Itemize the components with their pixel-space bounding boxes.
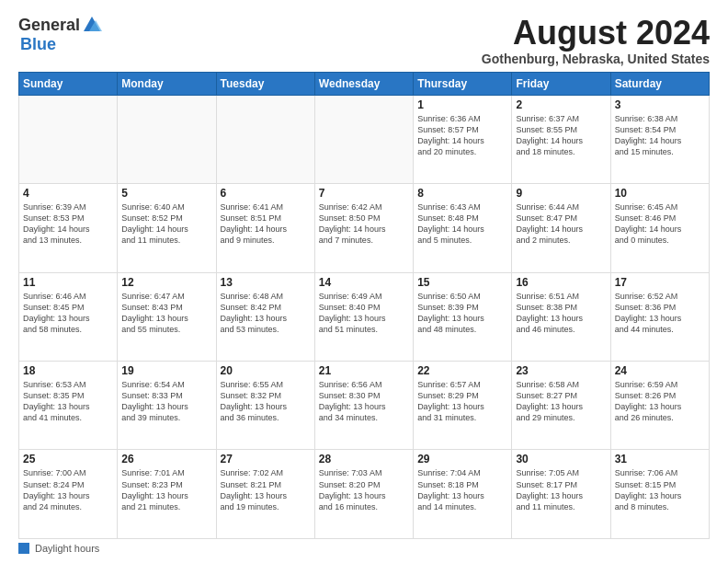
- day-info: Sunrise: 6:57 AMSunset: 8:29 PMDaylight:…: [417, 379, 507, 424]
- day-number: 8: [417, 187, 507, 200]
- day-info: Sunrise: 6:47 AMSunset: 8:43 PMDaylight:…: [121, 291, 211, 336]
- table-row: 12Sunrise: 6:47 AMSunset: 8:43 PMDayligh…: [118, 272, 216, 361]
- day-info: Sunrise: 6:59 AMSunset: 8:26 PMDaylight:…: [615, 379, 705, 424]
- day-info: Sunrise: 6:48 AMSunset: 8:42 PMDaylight:…: [221, 291, 311, 336]
- day-info: Sunrise: 6:46 AMSunset: 8:45 PMDaylight:…: [23, 291, 113, 336]
- day-info: Sunrise: 7:01 AMSunset: 8:23 PMDaylight:…: [121, 467, 211, 512]
- day-number: 29: [417, 453, 507, 465]
- col-saturday: Saturday: [610, 72, 709, 95]
- table-row: 25Sunrise: 7:00 AMSunset: 8:24 PMDayligh…: [19, 450, 118, 539]
- day-number: 6: [221, 187, 311, 200]
- main-title: August 2024: [482, 15, 710, 52]
- table-row: 16Sunrise: 6:51 AMSunset: 8:38 PMDayligh…: [512, 272, 610, 361]
- table-row: 8Sunrise: 6:43 AMSunset: 8:48 PMDaylight…: [414, 184, 512, 272]
- table-row: 17Sunrise: 6:52 AMSunset: 8:36 PMDayligh…: [610, 272, 709, 361]
- table-row: 1Sunrise: 6:36 AMSunset: 8:57 PMDaylight…: [414, 95, 512, 183]
- header: General Blue August 2024 Gothenburg, Neb…: [18, 15, 710, 66]
- footer-dot-icon: [18, 543, 29, 554]
- footer-label: Daylight hours: [35, 543, 99, 554]
- footer: Daylight hours: [18, 543, 710, 554]
- day-info: Sunrise: 6:42 AMSunset: 8:50 PMDaylight:…: [319, 201, 409, 247]
- table-row: 24Sunrise: 6:59 AMSunset: 8:26 PMDayligh…: [610, 362, 709, 450]
- col-wednesday: Wednesday: [314, 72, 413, 95]
- day-number: 19: [121, 364, 211, 377]
- table-row: 23Sunrise: 6:58 AMSunset: 8:27 PMDayligh…: [512, 362, 610, 450]
- day-info: Sunrise: 6:51 AMSunset: 8:38 PMDaylight:…: [516, 291, 606, 336]
- day-number: 24: [615, 364, 705, 377]
- day-info: Sunrise: 6:52 AMSunset: 8:36 PMDaylight:…: [615, 291, 705, 336]
- page: General Blue August 2024 Gothenburg, Neb…: [0, 0, 728, 563]
- day-number: 26: [121, 453, 211, 465]
- table-row: 15Sunrise: 6:50 AMSunset: 8:39 PMDayligh…: [414, 272, 512, 361]
- table-row: 22Sunrise: 6:57 AMSunset: 8:29 PMDayligh…: [414, 362, 512, 450]
- day-number: 4: [23, 187, 113, 200]
- day-number: 1: [417, 98, 507, 111]
- day-number: 12: [121, 276, 211, 289]
- day-number: 2: [516, 98, 606, 111]
- day-info: Sunrise: 7:03 AMSunset: 8:20 PMDaylight:…: [319, 467, 409, 512]
- day-info: Sunrise: 6:54 AMSunset: 8:33 PMDaylight:…: [121, 379, 211, 424]
- day-info: Sunrise: 6:55 AMSunset: 8:32 PMDaylight:…: [221, 379, 311, 424]
- table-row: 11Sunrise: 6:46 AMSunset: 8:45 PMDayligh…: [19, 272, 118, 361]
- col-friday: Friday: [512, 72, 610, 95]
- day-number: 21: [319, 364, 409, 377]
- day-number: 7: [319, 187, 409, 200]
- table-row: 3Sunrise: 6:38 AMSunset: 8:54 PMDaylight…: [610, 95, 709, 183]
- col-monday: Monday: [118, 72, 216, 95]
- day-number: 20: [221, 364, 311, 377]
- table-row: 5Sunrise: 6:40 AMSunset: 8:52 PMDaylight…: [118, 184, 216, 272]
- table-row: 9Sunrise: 6:44 AMSunset: 8:47 PMDaylight…: [512, 184, 610, 272]
- table-row: 13Sunrise: 6:48 AMSunset: 8:42 PMDayligh…: [216, 272, 314, 361]
- day-number: 22: [417, 364, 507, 377]
- table-row: [216, 95, 314, 183]
- day-info: Sunrise: 6:45 AMSunset: 8:46 PMDaylight:…: [615, 201, 705, 247]
- day-number: 10: [615, 187, 705, 200]
- day-number: 25: [23, 453, 113, 465]
- day-number: 17: [615, 276, 705, 289]
- day-number: 14: [319, 276, 409, 289]
- day-info: Sunrise: 7:06 AMSunset: 8:15 PMDaylight:…: [615, 467, 705, 512]
- day-number: 23: [516, 364, 606, 377]
- calendar-week-row: 11Sunrise: 6:46 AMSunset: 8:45 PMDayligh…: [19, 272, 710, 361]
- table-row: 20Sunrise: 6:55 AMSunset: 8:32 PMDayligh…: [216, 362, 314, 450]
- day-info: Sunrise: 7:00 AMSunset: 8:24 PMDaylight:…: [23, 467, 113, 512]
- day-number: 15: [417, 276, 507, 289]
- table-row: 10Sunrise: 6:45 AMSunset: 8:46 PMDayligh…: [610, 184, 709, 272]
- day-number: 13: [221, 276, 311, 289]
- table-row: [314, 95, 413, 183]
- logo-general-text: General: [18, 16, 80, 35]
- table-row: 26Sunrise: 7:01 AMSunset: 8:23 PMDayligh…: [118, 450, 216, 539]
- col-sunday: Sunday: [19, 72, 118, 95]
- calendar-header-row: Sunday Monday Tuesday Wednesday Thursday…: [19, 72, 710, 95]
- day-info: Sunrise: 6:56 AMSunset: 8:30 PMDaylight:…: [319, 379, 409, 424]
- day-info: Sunrise: 6:44 AMSunset: 8:47 PMDaylight:…: [516, 201, 606, 247]
- day-number: 5: [121, 187, 211, 200]
- logo: General Blue: [18, 15, 102, 54]
- table-row: 30Sunrise: 7:05 AMSunset: 8:17 PMDayligh…: [512, 450, 610, 539]
- day-info: Sunrise: 6:53 AMSunset: 8:35 PMDaylight:…: [23, 379, 113, 424]
- calendar-table: Sunday Monday Tuesday Wednesday Thursday…: [18, 72, 710, 539]
- day-info: Sunrise: 6:36 AMSunset: 8:57 PMDaylight:…: [417, 113, 507, 158]
- table-row: 29Sunrise: 7:04 AMSunset: 8:18 PMDayligh…: [414, 450, 512, 539]
- day-number: 9: [516, 187, 606, 200]
- table-row: 28Sunrise: 7:03 AMSunset: 8:20 PMDayligh…: [314, 450, 413, 539]
- day-info: Sunrise: 6:37 AMSunset: 8:55 PMDaylight:…: [516, 113, 606, 158]
- table-row: 27Sunrise: 7:02 AMSunset: 8:21 PMDayligh…: [216, 450, 314, 539]
- table-row: [118, 95, 216, 183]
- table-row: 21Sunrise: 6:56 AMSunset: 8:30 PMDayligh…: [314, 362, 413, 450]
- subtitle: Gothenburg, Nebraska, United States: [482, 52, 710, 66]
- table-row: 14Sunrise: 6:49 AMSunset: 8:40 PMDayligh…: [314, 272, 413, 361]
- day-info: Sunrise: 6:39 AMSunset: 8:53 PMDaylight:…: [23, 201, 113, 247]
- table-row: 2Sunrise: 6:37 AMSunset: 8:55 PMDaylight…: [512, 95, 610, 183]
- day-info: Sunrise: 6:50 AMSunset: 8:39 PMDaylight:…: [417, 291, 507, 336]
- day-number: 30: [516, 453, 606, 465]
- table-row: [19, 95, 118, 183]
- day-number: 27: [221, 453, 311, 465]
- col-tuesday: Tuesday: [216, 72, 314, 95]
- day-info: Sunrise: 7:05 AMSunset: 8:17 PMDaylight:…: [516, 467, 606, 512]
- day-info: Sunrise: 6:40 AMSunset: 8:52 PMDaylight:…: [121, 201, 211, 247]
- logo-blue-text: Blue: [20, 35, 56, 54]
- logo-icon: [82, 15, 102, 35]
- day-number: 31: [615, 453, 705, 465]
- day-info: Sunrise: 6:43 AMSunset: 8:48 PMDaylight:…: [417, 201, 507, 247]
